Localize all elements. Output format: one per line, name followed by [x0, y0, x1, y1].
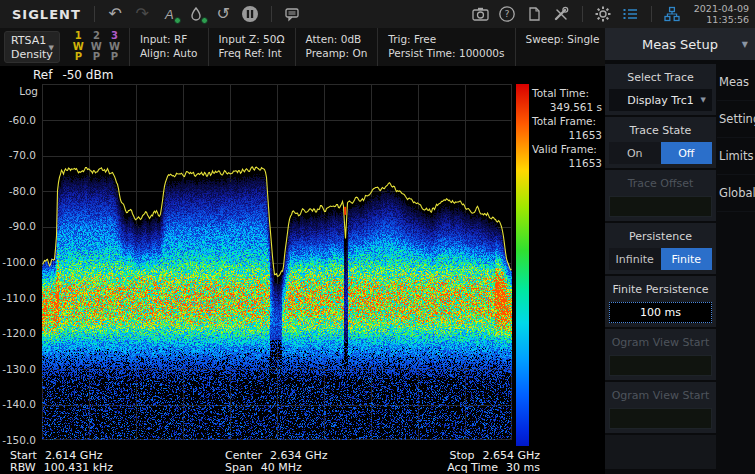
file-icon: [525, 5, 543, 23]
screenshot-button[interactable]: [467, 2, 494, 26]
trace-number: 1: [73, 31, 84, 42]
marker-button[interactable]: [183, 2, 210, 26]
network-button[interactable]: [659, 2, 686, 26]
ogram-view-start-section-2: Ogram View Start: [605, 382, 716, 433]
ogram-view-start-section-1: Ogram View Start: [605, 329, 716, 380]
select-trace-dropdown[interactable]: Display Trc1 ▼: [609, 89, 712, 111]
siglent-logo: SIGLENT: [12, 7, 81, 22]
reference-level-readout: Ref-50 dBm: [33, 68, 113, 82]
span-value: 40 MHz: [261, 461, 302, 474]
trace-state-on-option[interactable]: On: [609, 142, 661, 164]
frequency-status-bar: Start2.614 GHz RBW100.431 kHz Center2.63…: [0, 448, 605, 474]
ogram-view-start-input-1[interactable]: [609, 355, 712, 376]
y-tick-label: -140.0: [2, 398, 36, 410]
menu-list-button[interactable]: [617, 2, 644, 26]
rbw-label: RBW: [10, 461, 36, 474]
trace-state-label: Trace State: [608, 120, 713, 142]
rbw-value: 100.431 kHz: [44, 461, 113, 474]
y-axis-labels: -60.0-70.0-80.0-90.0-100.0-110.0-120.0-1…: [0, 84, 38, 446]
impedance-freqref-readout: Input Z: 50Ω Freq Ref: Int: [209, 28, 296, 66]
span-label: Span: [225, 461, 253, 474]
message-icon: [283, 5, 301, 23]
trace-detector: P: [109, 52, 120, 63]
input-align-readout: Input: RF Align: Auto: [130, 28, 209, 66]
tools-icon: [552, 5, 570, 23]
stat-label: Total Time:: [532, 86, 603, 100]
annotation-button[interactable]: [279, 2, 306, 26]
tab-limits[interactable]: Limits: [717, 138, 755, 175]
trace-detector: P: [73, 52, 84, 63]
freq-ref-setting: Freq Ref: Int: [219, 46, 285, 60]
y-tick-label: -150.0: [2, 434, 36, 446]
stat-label: Total Frame:: [532, 114, 603, 128]
toolbar-divider: [94, 6, 95, 22]
menu-filler: [605, 435, 716, 469]
y-tick-label: -130.0: [2, 363, 36, 375]
ref-value: -50 dBm: [62, 68, 113, 82]
persistence-infinite-option[interactable]: Infinite: [609, 248, 661, 270]
persistence-section: Persistence Infinite Finite: [605, 223, 716, 274]
top-toolbar: SIGLENT ↶ ↷ A ↺: [0, 0, 755, 28]
undo-button[interactable]: ↶: [102, 2, 129, 26]
finite-persistence-input[interactable]: 100 ms: [609, 302, 712, 323]
help-button[interactable]: ?: [494, 2, 521, 26]
trace-3-indicator[interactable]: 3 W P: [109, 31, 120, 66]
stat-value: 349.561 s: [532, 100, 603, 114]
atten-preamp-readout: Atten: 0dB Preamp: On: [296, 28, 379, 66]
trig-persist-readout: Trig: Free Persist Time: 100000s: [378, 28, 515, 66]
select-trace-section: Select Trace Display Trc1 ▼: [605, 64, 716, 115]
trace-1-indicator[interactable]: 1 W P: [73, 31, 84, 66]
tab-global[interactable]: Global: [717, 175, 755, 212]
right-menu-panel: Meas Setup ▼ Select Trace Display Trc1 ▼…: [605, 28, 755, 474]
svg-text:?: ?: [505, 8, 510, 19]
redo-button[interactable]: ↷: [129, 2, 156, 26]
auto-tune-icon: A: [165, 8, 174, 21]
time-text: 11:35:56: [694, 14, 749, 25]
pause-button[interactable]: [237, 2, 264, 26]
spectrum-canvas: [42, 84, 512, 440]
settings-button[interactable]: [590, 2, 617, 26]
center-span-readout: Center2.634 GHz Span40 MHz: [225, 450, 328, 474]
undo-icon: ↶: [109, 6, 122, 22]
tab-setting[interactable]: Setting: [717, 101, 755, 138]
marker-status-dot: [201, 17, 208, 24]
trace-2-indicator[interactable]: 2 W P: [91, 31, 102, 66]
ogram-view-start-input-2[interactable]: [609, 408, 712, 429]
align-setting: Align: Auto: [140, 46, 198, 60]
y-tick-label: -70.0: [9, 149, 36, 161]
density-colorbar: [516, 84, 529, 446]
stat-value: 11653: [532, 156, 603, 170]
utilities-button[interactable]: [548, 2, 575, 26]
toolbar-right-group: ?: [467, 2, 749, 26]
preset-restart-icon: ↺: [217, 6, 230, 22]
menu-sections: Select Trace Display Trc1 ▼ Trace State …: [605, 64, 716, 471]
persist-time-setting: Persist Time: 100000s: [388, 46, 504, 60]
persistence-label: Persistence: [608, 226, 713, 248]
trace-offset-input[interactable]: [609, 196, 712, 217]
menu-title-dropdown[interactable]: Meas Setup ▼: [605, 28, 755, 62]
tab-meas[interactable]: Meas: [717, 64, 755, 101]
acq-time-value: 30 ms: [506, 461, 540, 474]
gear-icon: [594, 5, 612, 23]
persistence-finite-option[interactable]: Finite: [661, 248, 713, 270]
trace-indicator-block: 1 W P 2 W P 3 W P: [64, 28, 130, 66]
sweep-readout: Sweep: Single: [516, 28, 610, 66]
stat-label: Valid Frame:: [532, 142, 603, 156]
help-icon: ?: [498, 5, 516, 23]
file-manager-button[interactable]: [521, 2, 548, 26]
toolbar-divider: [651, 6, 652, 22]
rtsa-application-window: SIGLENT ↶ ↷ A ↺: [0, 0, 755, 474]
list-icon: [621, 5, 639, 23]
trace-state-off-option[interactable]: Off: [661, 142, 713, 164]
start-rbw-readout: Start2.614 GHz RBW100.431 kHz: [10, 450, 113, 474]
redo-icon: ↷: [136, 6, 149, 22]
chevron-down-icon: ▼: [48, 44, 53, 52]
ogram-view-start-label: Ogram View Start: [608, 332, 713, 354]
select-trace-value: Display Trc1: [627, 94, 693, 107]
auto-tune-status-dot: [174, 17, 181, 24]
mode-select-dropdown[interactable]: RTSA1 Density ▼: [4, 31, 60, 63]
acquisition-stats: Total Time: 349.561 s Total Frame: 11653…: [532, 86, 603, 170]
trace-offset-section: Trace Offset: [605, 170, 716, 221]
preset-button[interactable]: ↺: [210, 2, 237, 26]
auto-tune-button[interactable]: A: [156, 2, 183, 26]
